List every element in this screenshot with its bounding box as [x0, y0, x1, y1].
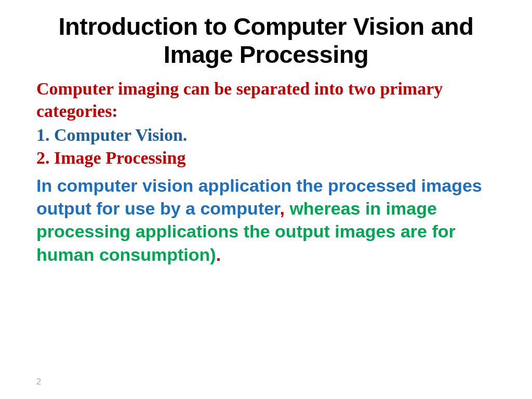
- page-number: 2: [36, 377, 41, 387]
- explanation-period: .: [216, 245, 221, 264]
- list-item-image-processing: 2. Image Processing: [36, 148, 496, 168]
- slide-title: Introduction to Computer Vision and Imag…: [36, 12, 496, 69]
- slide-container: Introduction to Computer Vision and Imag…: [0, 0, 532, 266]
- explanation-text: In computer vision application the proce…: [36, 174, 496, 266]
- explanation-comma: ,: [280, 198, 289, 218]
- list-item-computer-vision: 1. Computer Vision.: [36, 125, 496, 145]
- intro-text: Computer imaging can be separated into t…: [36, 78, 496, 122]
